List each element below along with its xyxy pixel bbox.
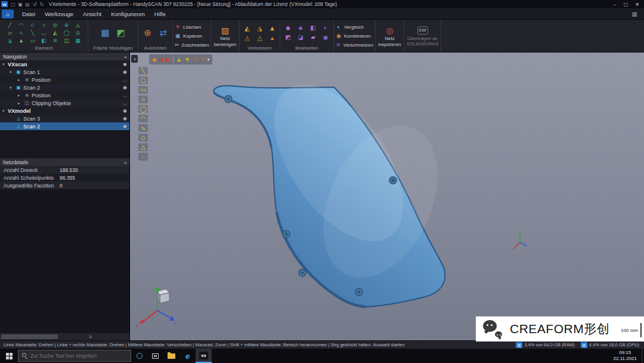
- netz-inspizieren-button[interactable]: ◎ Netz inspizieren: [377, 21, 402, 52]
- element-tool-icon[interactable]: ◫: [61, 37, 72, 45]
- view-left-icon[interactable]: ◀: [159, 57, 164, 63]
- visibility-eye-icon[interactable]: ◉: [123, 124, 127, 129]
- menu-konfigurieren[interactable]: Konfigurieren: [106, 11, 150, 17]
- minimize-button[interactable]: –: [609, 2, 620, 7]
- netzdetails-header[interactable]: Netzdetails ▴: [0, 158, 129, 166]
- element-tool-icon[interactable]: ▱: [4, 29, 16, 37]
- tree-item-vxmodel[interactable]: ▾ VXmodel ◉: [0, 107, 129, 115]
- taskbar-search[interactable]: [18, 350, 131, 362]
- improve-tool-icon[interactable]: ◬: [241, 33, 253, 42]
- redo-icon[interactable]: ↻: [38, 2, 45, 7]
- caret-right-icon[interactable]: ▸: [18, 78, 23, 82]
- select-lasso-icon[interactable]: ◌: [138, 153, 148, 161]
- element-tool-icon[interactable]: ◎: [49, 21, 61, 29]
- dropdown-caret-icon[interactable]: ▾: [208, 57, 210, 62]
- undo-icon[interactable]: ↺: [31, 2, 38, 7]
- tree-item-scan3[interactable]: ◬ Scan 3 ◉: [0, 115, 129, 122]
- tree-item-scan2[interactable]: ▾ ▣ Scan 2 ◉: [0, 84, 129, 91]
- improve-tool-icon[interactable]: △: [253, 33, 266, 42]
- element-tool-icon[interactable]: ◮: [4, 37, 16, 45]
- scanned-mesh-object[interactable]: [130, 53, 644, 340]
- element-tool-icon[interactable]: ◬: [72, 21, 83, 29]
- element-tool-icon[interactable]: ▭: [27, 37, 38, 45]
- select-spline-icon[interactable]: ∿: [138, 124, 148, 132]
- view-right-icon[interactable]: ▶: [166, 57, 171, 63]
- improve-tool-icon[interactable]: ◭: [241, 23, 253, 33]
- solidworks-transfer-button[interactable]: SW Übertragen an SOLIDWORKS: [405, 21, 439, 52]
- home-button[interactable]: ⌂: [2, 10, 14, 19]
- element-tool-icon[interactable]: ≋: [49, 37, 61, 45]
- caret-right-icon[interactable]: ▸: [18, 93, 23, 98]
- view-orient-icon[interactable]: ◆: [152, 57, 157, 63]
- element-tool-icon[interactable]: ╱: [4, 21, 16, 29]
- taskbar-clock[interactable]: 09:15 22.11.2021: [609, 350, 642, 362]
- element-tool-icon[interactable]: ◡: [38, 29, 49, 37]
- menu-werkzeuge[interactable]: Werkzeuge: [40, 11, 78, 17]
- tree-item-scan1[interactable]: ▾ ▣ Scan 1 ◉: [0, 68, 129, 76]
- select-rect-icon[interactable]: ▭: [138, 86, 148, 94]
- maximize-button[interactable]: ▢: [620, 2, 631, 7]
- tree-item-clipping-objekte[interactable]: ▸ ◫ Clipping Objekte ◡: [0, 99, 129, 107]
- zuschneiden-button[interactable]: ✂ Zuschneiden: [175, 41, 209, 49]
- element-tool-icon[interactable]: ▲: [16, 37, 27, 45]
- select-arc-icon[interactable]: ◠: [138, 115, 148, 122]
- tree-item-vxscan[interactable]: ▾ VXscan ◉: [0, 60, 129, 68]
- view-up-icon[interactable]: ▲: [176, 57, 182, 63]
- panel-collapse-chevron[interactable]: ◂: [131, 55, 138, 63]
- loeschen-button[interactable]: ✕ Löschen: [175, 23, 209, 31]
- edit-tool-icon[interactable]: ◉: [320, 33, 332, 42]
- select-circle-icon[interactable]: ○: [138, 96, 148, 103]
- menu-datei[interactable]: Datei: [17, 11, 40, 17]
- element-tool-icon[interactable]: ◭: [49, 29, 61, 37]
- start-button[interactable]: [0, 349, 18, 363]
- visibility-eye-icon[interactable]: ◉: [123, 108, 127, 113]
- improve-tool-icon[interactable]: ▴: [266, 33, 278, 42]
- vergleich-button[interactable]: ◐ Vergleich: [336, 23, 373, 31]
- search-input[interactable]: [30, 353, 127, 359]
- file-explorer-button[interactable]: [163, 349, 179, 363]
- caret-down-icon[interactable]: ▾: [10, 85, 15, 90]
- edit-tool-icon[interactable]: ◆: [282, 23, 295, 33]
- improve-tool-icon[interactable]: ◮: [253, 23, 266, 33]
- open-icon[interactable]: ▣: [17, 2, 24, 7]
- kombinieren-button[interactable]: ◉ Kombinieren: [336, 32, 373, 40]
- vxelements-taskbar-button[interactable]: vx: [196, 349, 212, 363]
- element-tool-icon[interactable]: ⊕: [61, 21, 72, 29]
- edit-tool-icon[interactable]: ▰: [307, 33, 320, 42]
- edit-tool-icon[interactable]: ◐: [320, 23, 332, 33]
- align-origin-icon[interactable]: ⊕: [140, 27, 156, 38]
- element-tool-icon[interactable]: ╲: [27, 29, 38, 37]
- new-session-icon[interactable]: ▢: [10, 2, 17, 7]
- align-transform-icon[interactable]: ⇄: [156, 27, 171, 38]
- layout-panel-icon[interactable]: ▦: [632, 11, 642, 17]
- element-tool-icon[interactable]: ◯: [61, 29, 72, 37]
- edit-tool-icon[interactable]: ◩: [282, 33, 295, 42]
- visibility-eye-icon[interactable]: ◉: [123, 69, 127, 75]
- cortana-button[interactable]: [131, 349, 147, 363]
- select-rounded-rect-icon[interactable]: ▢: [138, 76, 148, 84]
- element-tool-icon[interactable]: ○: [38, 21, 49, 29]
- visibility-eye-icon[interactable]: ◉: [123, 61, 127, 67]
- horizontal-scrollbar[interactable]: [1, 334, 58, 339]
- edit-tool-icon[interactable]: ◧: [307, 23, 320, 33]
- orientation-axes[interactable]: y x z: [135, 284, 182, 331]
- improve-tool-icon[interactable]: ▲: [266, 23, 278, 33]
- tree-item-position-2[interactable]: ▸ ⊕ Position ◡: [0, 91, 129, 99]
- edge-button[interactable]: e: [179, 349, 196, 363]
- viewport-3d[interactable]: ◂ ◆ ◀ ▶ ▲ ▼ ↻ ↺ ▾ ╲ ▢ ▭ ○ ◯ ◠ ∿ ◇: [130, 53, 644, 340]
- tree-item-scan2-selected[interactable]: ◬ Scan 2 ◉: [0, 122, 129, 130]
- element-tool-icon[interactable]: ◠: [16, 21, 27, 29]
- show-desktop-button[interactable]: [642, 349, 644, 363]
- caret-right-icon[interactable]: ▸: [18, 101, 23, 106]
- menu-ansicht[interactable]: Ansicht: [78, 11, 106, 17]
- kopieren-button[interactable]: ▣ Kopieren: [175, 32, 209, 40]
- element-tool-icon[interactable]: ◧: [38, 37, 49, 45]
- select-ellipse-icon[interactable]: ◯: [138, 105, 148, 113]
- caret-down-icon[interactable]: ▾: [10, 70, 15, 75]
- rotate-cw-icon[interactable]: ↻: [193, 57, 197, 63]
- select-triangle-icon[interactable]: △: [138, 143, 148, 151]
- task-view-button[interactable]: [147, 349, 163, 363]
- list-view-icon[interactable]: ≡: [89, 334, 92, 340]
- element-tool-icon[interactable]: ▦: [72, 37, 83, 45]
- visibility-eye-icon[interactable]: ◉: [123, 116, 127, 121]
